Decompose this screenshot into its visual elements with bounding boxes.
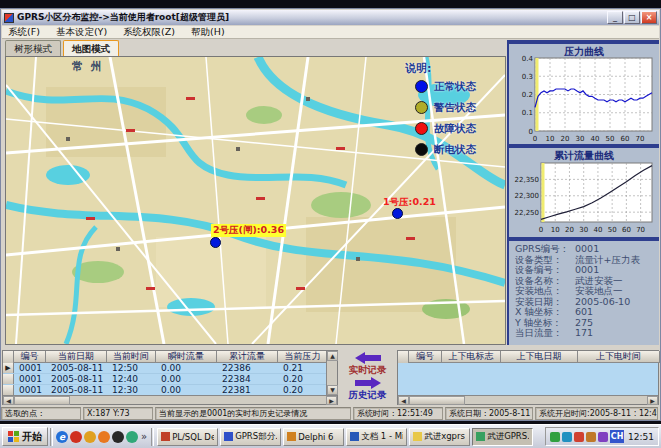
chevron-overflow-icon[interactable]: » xyxy=(141,431,147,442)
scroll-down-icon[interactable]: ▼ xyxy=(327,385,338,395)
col-power-flag[interactable]: 上下电标志 xyxy=(442,351,501,363)
menu-system[interactable]: 系统(F) xyxy=(8,26,40,39)
marker-2-dot[interactable] xyxy=(210,237,221,248)
svg-text:20: 20 xyxy=(561,135,570,143)
col-time[interactable]: 当前时间 xyxy=(107,351,156,363)
realtime-records-table: 编号 当前日期 当前时间 瞬时流量 累计流量 当前压力 ▶ 0001 2005-… xyxy=(2,350,338,405)
svg-text:0: 0 xyxy=(539,226,543,234)
legend-item-normal: 正常状态 xyxy=(403,76,499,97)
table-row[interactable]: 0001 2005-08-11 12:40 0.00 22384 0.20 xyxy=(3,374,326,385)
ie-icon[interactable]: e xyxy=(56,431,68,443)
scrollbar-thumb[interactable] xyxy=(409,396,465,405)
map-panel[interactable]: 常州 说明: 正常状态 警告状态 故障状态 断电状态 1号压:0.21 2号压(… xyxy=(5,56,506,345)
tray-icon-5[interactable] xyxy=(598,432,608,442)
realtime-records-button[interactable]: 实时记录 xyxy=(339,364,396,376)
realtime-arrow-icon[interactable] xyxy=(352,352,384,364)
table-row[interactable]: ▶ 0001 2005-08-11 12:50 0.00 22386 0.21 xyxy=(3,363,326,374)
svg-text:60: 60 xyxy=(621,135,630,143)
fault-status-icon xyxy=(415,122,428,135)
tray-icon-3[interactable] xyxy=(574,432,584,442)
col-power-date[interactable]: 上下电日期 xyxy=(501,351,578,363)
info-install-date: 安装日期：2005-06-10 xyxy=(515,297,657,308)
start-button[interactable]: 开始 xyxy=(2,427,48,446)
scrollbar-thumb[interactable] xyxy=(14,396,70,405)
horizontal-scrollbar[interactable]: ◀ ▶ xyxy=(398,395,658,404)
svg-text:40: 40 xyxy=(591,135,600,143)
legend-item-power-off: 断电状态 xyxy=(403,139,499,160)
scroll-right-icon[interactable]: ▶ xyxy=(326,396,337,405)
scroll-left-icon[interactable]: ◀ xyxy=(3,396,14,405)
svg-text:0.2: 0.2 xyxy=(522,91,533,99)
browser-icon[interactable] xyxy=(126,431,138,443)
language-indicator[interactable]: CH xyxy=(610,430,624,443)
menu-basic-settings[interactable]: 基本设定(Y) xyxy=(56,26,107,39)
marker-1-label[interactable]: 1号压:0.21 xyxy=(383,196,436,209)
empty-table-body[interactable] xyxy=(398,363,658,396)
horizontal-scrollbar[interactable]: ◀ ▶ xyxy=(3,395,337,404)
messenger-icon[interactable] xyxy=(98,431,110,443)
taskbar-divider xyxy=(151,428,154,446)
status-current-display: 当前显示的是0001的实时和历史记录情况 xyxy=(155,407,351,420)
record-switch-panel: 实时记录 历史记录 xyxy=(339,349,396,404)
warning-status-icon xyxy=(415,101,428,114)
col-instant-flow[interactable]: 瞬时流量 xyxy=(156,351,217,363)
col-id[interactable]: 编号 xyxy=(409,351,442,363)
history-records-button[interactable]: 历史记录 xyxy=(339,389,396,401)
power-records-table: 编号 上下电标志 上下电日期 上下电时间 ◀ ▶ xyxy=(397,350,659,405)
tray-icon-4[interactable] xyxy=(586,432,596,442)
task-delphi[interactable]: Delphi 6 xyxy=(283,428,344,446)
svg-text:22,250: 22,250 xyxy=(515,209,540,217)
right-panel: 压力曲线 00.10.20.30.4010203040506070 累计流量曲线… xyxy=(507,40,659,345)
marker-2-label[interactable]: 2号压(闸):0.36 xyxy=(211,224,286,237)
svg-text:50: 50 xyxy=(608,226,617,234)
col-pressure[interactable]: 当前压力 xyxy=(278,351,328,363)
vertical-scrollbar[interactable]: ▲ ▼ xyxy=(326,351,337,395)
power-table-header: 编号 上下电标志 上下电日期 上下电时间 xyxy=(398,351,658,363)
task-folder-xgprs[interactable]: 武进xgprs xyxy=(409,428,470,446)
taskbar: 开始 e » PL/SQL Dev... GPRS部分.... Delphi 6… xyxy=(0,424,661,448)
power-off-status-icon xyxy=(415,143,428,156)
tray-icon-1[interactable] xyxy=(550,432,560,442)
marker-1-dot[interactable] xyxy=(392,208,403,219)
menu-permissions[interactable]: 系统权限(Z) xyxy=(123,26,175,39)
realplayer-icon[interactable] xyxy=(70,431,82,443)
task-plsql[interactable]: PL/SQL Dev... xyxy=(157,428,218,446)
clock: 12:51 xyxy=(628,432,654,442)
task-word-doc[interactable]: 文档 1 - Mic... xyxy=(346,428,407,446)
info-install-site: 安装地点：安装地点一 xyxy=(515,286,657,297)
media-icon[interactable] xyxy=(84,431,96,443)
close-button[interactable]: × xyxy=(641,11,657,24)
menu-help[interactable]: 帮助(H) xyxy=(191,26,225,39)
col-id[interactable]: 编号 xyxy=(14,351,46,363)
col-date[interactable]: 当前日期 xyxy=(46,351,107,363)
info-gprs-id: GPRS编号：0001 xyxy=(515,244,657,255)
scroll-right-icon[interactable]: ▶ xyxy=(647,396,658,405)
title-bar[interactable]: GPRS小区分布监控->当前使用者root[超级管理员] _ □ × xyxy=(2,10,659,25)
tab-map-mode[interactable]: 地图模式 xyxy=(63,40,119,56)
svg-text:10: 10 xyxy=(546,135,555,143)
system-tray: CH 12:51 xyxy=(545,427,659,446)
desktop: GPRS小区分布监控->当前使用者root[超级管理员] _ □ × 系统(F)… xyxy=(0,0,661,448)
svg-text:0.1: 0.1 xyxy=(522,109,533,117)
col-power-time[interactable]: 上下电时间 xyxy=(578,351,660,363)
plsql-icon xyxy=(161,432,170,441)
gprs-doc-icon xyxy=(224,432,233,441)
col-total-flow[interactable]: 累计流量 xyxy=(217,351,278,363)
svg-text:70: 70 xyxy=(636,226,645,234)
minimize-button[interactable]: _ xyxy=(607,11,623,24)
scroll-up-icon[interactable]: ▲ xyxy=(327,351,338,361)
svg-text:60: 60 xyxy=(622,226,631,234)
svg-text:30: 30 xyxy=(579,226,588,234)
info-device-id: 设备编号：0001 xyxy=(515,265,657,276)
svg-text:50: 50 xyxy=(606,135,615,143)
row-selector-column xyxy=(398,351,409,363)
tab-tree-mode[interactable]: 树形模式 xyxy=(5,40,61,56)
task-wujin-gprs[interactable]: 武进GPRS... xyxy=(472,428,533,446)
scroll-left-icon[interactable]: ◀ xyxy=(398,396,409,405)
task-gprs-doc[interactable]: GPRS部分.... xyxy=(220,428,281,446)
info-y-coord: Y 轴坐标：275 xyxy=(515,318,657,329)
qq-icon[interactable] xyxy=(112,431,124,443)
history-arrow-icon[interactable] xyxy=(352,377,384,389)
tray-icon-2[interactable] xyxy=(562,432,572,442)
restore-button[interactable]: □ xyxy=(624,11,640,24)
